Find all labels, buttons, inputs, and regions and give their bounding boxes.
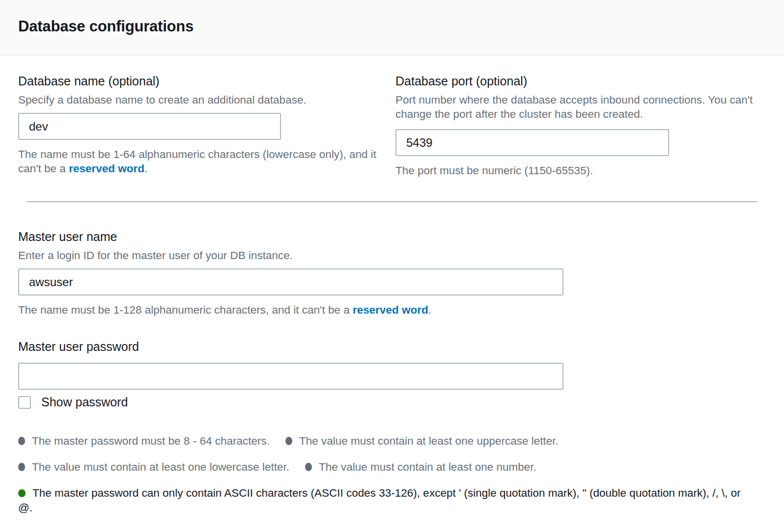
database-port-field: Database port (optional) Port number whe…	[395, 74, 766, 178]
requirement-text: The value must contain at least one lowe…	[32, 461, 289, 473]
password-requirement: The value must contain at least one uppe…	[285, 434, 559, 449]
constraint-text: The name must be 1-128 alphanumeric char…	[18, 304, 353, 316]
requirement-bullet-icon	[18, 437, 25, 445]
show-password-checkbox[interactable]	[18, 396, 31, 409]
requirement-text: The master password must be 8 - 64 chara…	[32, 435, 270, 447]
database-name-input[interactable]	[18, 113, 281, 140]
database-name-constraint: The name must be 1-64 alphanumeric chara…	[18, 147, 377, 176]
requirement-bullet-icon	[18, 463, 25, 471]
requirement-bullet-icon	[285, 437, 292, 445]
database-name-field: Database name (optional) Specify a datab…	[18, 74, 379, 178]
database-port-description: Port number where the database accepts i…	[395, 93, 763, 121]
reserved-word-link[interactable]: reserved word	[353, 304, 428, 316]
database-name-description: Specify a database name to create an add…	[18, 93, 379, 107]
database-port-label: Database port (optional)	[395, 74, 766, 88]
password-requirement: The master password can only contain ASC…	[18, 486, 745, 515]
password-requirement: The value must contain at least one numb…	[305, 460, 536, 475]
show-password-row: Show password	[18, 395, 766, 409]
database-port-input[interactable]	[395, 129, 669, 156]
requirement-text: The master password can only contain ASC…	[18, 487, 741, 514]
form-body: Database name (optional) Specify a datab…	[0, 55, 784, 515]
password-requirement: The master password must be 8 - 64 chara…	[18, 434, 270, 449]
master-user-name-input[interactable]	[18, 268, 563, 295]
master-user-name-label: Master user name	[18, 230, 766, 244]
requirement-bullet-icon	[18, 489, 26, 497]
master-user-name-field: Master user name Enter a login ID for th…	[18, 230, 766, 317]
page-title: Database configurations	[18, 18, 766, 35]
requirement-text: The value must contain at least one uppe…	[299, 435, 559, 447]
master-user-name-constraint: The name must be 1-128 alphanumeric char…	[18, 303, 608, 317]
constraint-text: .	[144, 162, 147, 175]
requirement-text: The value must contain at least one numb…	[319, 461, 536, 473]
show-password-label: Show password	[41, 395, 128, 409]
master-user-name-description: Enter a login ID for the master user of …	[18, 248, 766, 263]
section-divider	[27, 201, 757, 202]
constraint-text: .	[428, 304, 431, 316]
reserved-word-link[interactable]: reserved word	[69, 162, 144, 175]
password-requirements: The master password must be 8 - 64 chara…	[18, 434, 745, 515]
password-requirement: The value must contain at least one lowe…	[18, 460, 289, 475]
name-port-row: Database name (optional) Specify a datab…	[18, 74, 766, 178]
master-user-password-field: Master user password Show password	[18, 340, 766, 409]
database-name-label: Database name (optional)	[18, 74, 379, 88]
section-header: Database configurations	[0, 0, 784, 55]
requirement-bullet-icon	[305, 463, 312, 471]
database-port-constraint: The port must be numeric (1150-65535).	[395, 163, 754, 178]
master-user-password-label: Master user password	[18, 340, 766, 354]
master-user-password-input[interactable]	[18, 363, 563, 390]
